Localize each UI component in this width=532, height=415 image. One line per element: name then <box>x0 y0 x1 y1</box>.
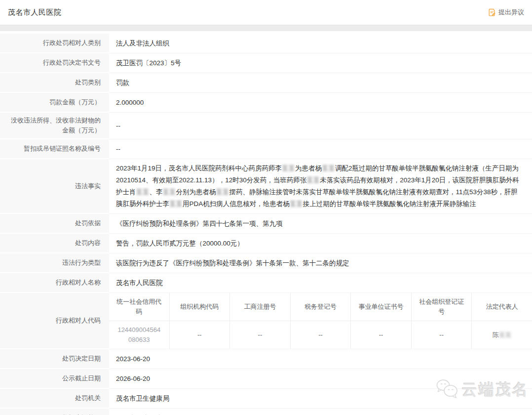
row-value-illegal-facts: 2023年1月19日，茂名市人民医院药剂科中心药房药师李某某为患者杨某某调配2瓶… <box>109 159 532 214</box>
row-value: 法人及非法人组织 <box>109 34 532 53</box>
row-illegal-facts: 违法事实 2023年1月19日，茂名市人民医院药剂科中心药房药师李某某为患者杨某… <box>0 159 532 214</box>
row-value: 茂名市人民医院 <box>109 273 532 293</box>
row-penalty-category: 处罚类别 罚款 <box>0 73 532 93</box>
cell-social-org-reg: -- <box>411 321 472 349</box>
col-header-legal-rep: 法定代表人 <box>471 293 532 321</box>
row-publicity-end-date: 公示截止日期 2026-06-20 <box>0 369 532 389</box>
row-penalty-basis: 处罚依据 《医疗纠纷预防和处理条例》第四十七条第一项、第九项 <box>0 214 532 234</box>
header-divider-band <box>0 25 532 31</box>
col-header-institution-cert: 事业单位证书号 <box>350 293 411 321</box>
row-label: 罚款金额（万元） <box>0 93 109 113</box>
row-value: 警告，罚款人民币贰万元整（20000.00元） <box>109 234 532 253</box>
row-label: 行政处罚决定书文号 <box>0 53 109 73</box>
row-label: 违法行为类型 <box>0 253 109 273</box>
row-penalty-authority: 处罚机关 茂名市卫生健康局 <box>0 389 532 409</box>
row-decision-date: 处罚决定日期 2023-06-20 <box>0 349 532 369</box>
row-label: 数据来源单位 <box>0 409 109 415</box>
row-violation-type: 违法行为类型 该医院行为违反了《医疗纠纷预防和处理条例》第十条第一款、第十二条的… <box>0 253 532 273</box>
page-header: 茂名市人民医院 提出异议 <box>0 0 532 25</box>
row-value: 茂名市卫生健康局 <box>109 389 532 409</box>
row-confiscation-amount: 没收违法所得、没收非法财物的金额（万元） -- <box>0 113 532 139</box>
row-counterpart-category: 行政处罚相对人类别 法人及非法人组织 <box>0 34 532 53</box>
penalty-detail-page: 茂名市人民医院 提出异议 行政处罚相对人类别 法人及非法人组织 行政处罚决定书文… <box>0 0 532 415</box>
row-license-revocation: 暂扣或吊销证照名称及编号 -- <box>0 139 532 159</box>
row-value: 该医院行为违反了《医疗纠纷预防和处理条例》第十条第一款、第十二条的规定 <box>109 253 532 273</box>
row-value: -- <box>109 113 532 139</box>
cell-business-reg: -- <box>229 321 290 349</box>
counterpart-code-table: 统一社会信用代码 组织机构代码 工商注册号 税务登记号 事业单位证书号 社会组织… <box>109 293 532 349</box>
page-title: 茂名市人民医院 <box>8 8 62 17</box>
row-value-code-table: 统一社会信用代码 组织机构代码 工商注册号 税务登记号 事业单位证书号 社会组织… <box>109 293 532 349</box>
row-label: 处罚决定日期 <box>0 349 109 369</box>
code-table-header-row: 统一社会信用代码 组织机构代码 工商注册号 税务登记号 事业单位证书号 社会组织… <box>109 293 532 321</box>
row-label: 处罚内容 <box>0 234 109 253</box>
objection-button-label: 提出异议 <box>498 8 524 17</box>
row-value: 《医疗纠纷预防和处理条例》第四十七条第一项、第九项 <box>109 214 532 234</box>
row-decision-doc-number: 行政处罚决定书文号 茂卫医罚〔2023〕5号 <box>0 53 532 73</box>
col-header-credit-code: 统一社会信用代码 <box>109 293 169 321</box>
row-counterpart-name: 行政相对人名称 茂名市人民医院 <box>0 273 532 293</box>
row-value: 罚款 <box>109 73 532 93</box>
penalty-info-table: 行政处罚相对人类别 法人及非法人组织 行政处罚决定书文号 茂卫医罚〔2023〕5… <box>0 34 532 415</box>
row-label: 处罚机关 <box>0 389 109 409</box>
col-header-social-org-reg: 社会组织登记证号 <box>411 293 472 321</box>
code-table-value-row: 124409004564080633 -- -- -- -- -- 陈某某 <box>109 321 532 349</box>
row-label: 处罚类别 <box>0 73 109 93</box>
cell-legal-rep: 陈某某 <box>471 321 532 349</box>
cell-org-code: -- <box>169 321 230 349</box>
row-data-source-unit: 数据来源单位 茂名市卫生健康局 <box>0 409 532 415</box>
row-penalty-content: 处罚内容 警告，罚款人民币贰万元整（20000.00元） <box>0 234 532 253</box>
col-header-tax-reg: 税务登记号 <box>290 293 351 321</box>
row-value: 茂卫医罚〔2023〕5号 <box>109 53 532 73</box>
row-label: 暂扣或吊销证照名称及编号 <box>0 139 109 159</box>
objection-button[interactable]: 提出异议 <box>488 8 524 17</box>
col-header-business-reg: 工商注册号 <box>229 293 290 321</box>
row-label: 行政相对人名称 <box>0 273 109 293</box>
row-label: 行政相对人代码 <box>0 293 109 349</box>
row-fine-amount: 罚款金额（万元） 2.000000 <box>0 93 532 113</box>
row-label: 公示截止日期 <box>0 369 109 389</box>
row-label: 没收违法所得、没收非法财物的金额（万元） <box>0 113 109 139</box>
row-value: 2023-06-20 <box>109 349 532 369</box>
row-label: 处罚依据 <box>0 214 109 234</box>
cell-credit-code: 124409004564080633 <box>109 321 169 349</box>
cell-tax-reg: -- <box>290 321 351 349</box>
row-value: 2026-06-20 <box>109 369 532 389</box>
col-header-org-code: 组织机构代码 <box>169 293 230 321</box>
row-value: 2.000000 <box>109 93 532 113</box>
row-value: -- <box>109 139 532 159</box>
row-label: 行政处罚相对人类别 <box>0 34 109 53</box>
row-value: 茂名市卫生健康局 <box>109 409 532 415</box>
cell-institution-cert: -- <box>350 321 411 349</box>
row-counterpart-code: 行政相对人代码 统一社会信用代码 组织机构代码 工商注册号 税务登记号 事业单位… <box>0 293 532 349</box>
row-label: 违法事实 <box>0 159 109 214</box>
document-edit-icon <box>488 8 496 16</box>
